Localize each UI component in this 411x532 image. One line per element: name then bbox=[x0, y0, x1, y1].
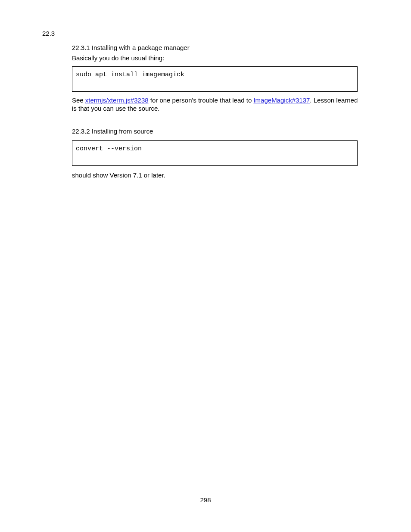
section-heading-install-package-manager: 22.3.1 Installing with a package manager bbox=[72, 44, 190, 51]
text-pre-link: See bbox=[72, 96, 85, 104]
text-mid: for one person's trouble that lead to bbox=[149, 96, 254, 104]
paragraph-intro-1: Basically you do the usual thing: bbox=[72, 54, 358, 62]
section-heading-install-source: 22.3.2 Installing from source bbox=[72, 128, 153, 135]
code-block-convert-version: convert --version bbox=[72, 140, 358, 166]
link-imagemagick-issue[interactable]: ImageMagick#3137 bbox=[253, 96, 310, 104]
chapter-section-number: 22.3 bbox=[42, 30, 55, 37]
link-xtermjs-issue[interactable]: xtermjs/xterm.js#3238 bbox=[85, 96, 149, 104]
page-number: 298 bbox=[0, 496, 411, 504]
paragraph-version-note: should show Version 7.1 or later. bbox=[72, 171, 358, 180]
code-block-apt-install: sudo apt install imagemagick bbox=[72, 66, 358, 92]
paragraph-links: See xtermjs/xterm.js#3238 for one person… bbox=[72, 96, 358, 113]
